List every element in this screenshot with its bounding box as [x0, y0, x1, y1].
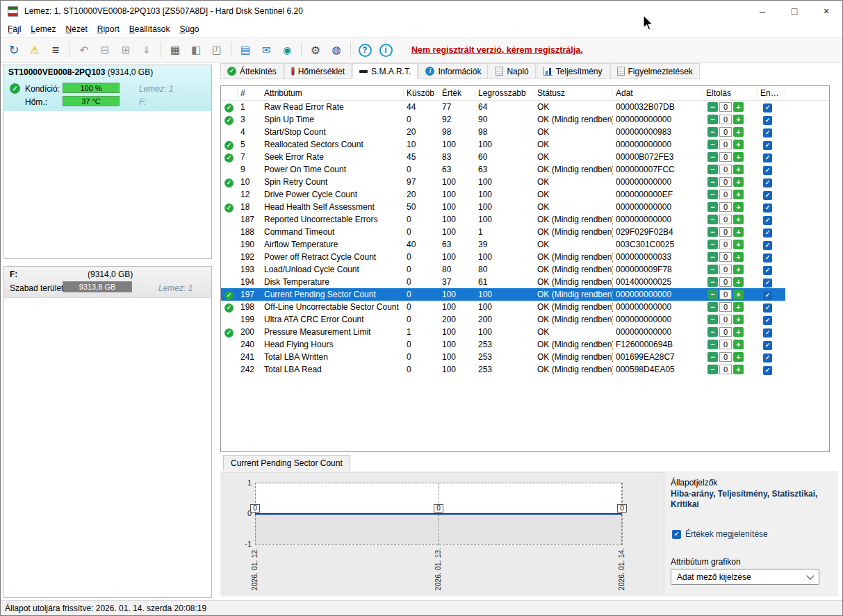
- table-row[interactable]: 190Airflow Temperature406339OK003C301C00…: [221, 238, 785, 251]
- offset-decrease-button[interactable]: −: [707, 227, 718, 237]
- report-list-icon[interactable]: ≡: [45, 40, 66, 60]
- tab-informaciok[interactable]: iInformációk: [418, 63, 488, 79]
- help-icon[interactable]: ?: [354, 40, 375, 60]
- offset-value[interactable]: 0: [719, 352, 732, 362]
- offset-decrease-button[interactable]: −: [707, 265, 718, 274]
- column-header-statusz[interactable]: Státusz: [534, 88, 613, 98]
- table-row[interactable]: ✓3Spin Up Time09290OK (Mindig rendben)00…: [221, 113, 785, 126]
- info-icon[interactable]: i: [375, 40, 396, 60]
- menu-item-sugo[interactable]: Súgó: [174, 22, 204, 36]
- tab-naplo[interactable]: Napló: [489, 63, 535, 79]
- offset-increase-button[interactable]: +: [733, 165, 744, 174]
- menu-item-nezet[interactable]: Nézet: [60, 22, 92, 36]
- column-header-[interactable]: #: [238, 88, 261, 98]
- tab-attekintes[interactable]: ✓Áttekintés: [220, 63, 284, 79]
- enabled-checkbox[interactable]: ✓: [763, 341, 772, 350]
- enabled-checkbox[interactable]: ✓: [763, 128, 772, 138]
- table-row[interactable]: 242Total LBA Read0100253OK (Mindig rendb…: [221, 363, 785, 376]
- offset-value[interactable]: 0: [719, 302, 732, 312]
- offset-decrease-button[interactable]: −: [707, 240, 718, 249]
- enabled-checkbox[interactable]: ✓: [763, 153, 772, 163]
- offset-decrease-button[interactable]: −: [707, 215, 718, 224]
- offset-decrease-button[interactable]: −: [707, 252, 718, 262]
- offset-value[interactable]: 0: [719, 127, 732, 137]
- menu-item-riport[interactable]: Riport: [92, 22, 124, 36]
- enabled-checkbox[interactable]: ✓: [763, 241, 772, 250]
- table-row[interactable]: 194Disk Temperature03761OK (Mindig rendb…: [221, 276, 785, 288]
- offset-increase-button[interactable]: +: [733, 202, 744, 212]
- table-row[interactable]: 199Ultra ATA CRC Error Count0200200OK (M…: [221, 313, 785, 326]
- enabled-checkbox[interactable]: ✓: [763, 141, 772, 150]
- email-icon[interactable]: ✉: [256, 40, 277, 60]
- tab-homerseklet[interactable]: Hőmérséklet: [284, 63, 352, 79]
- offset-value[interactable]: 0: [719, 165, 732, 174]
- attribute-detail-tab[interactable]: Current Pending Sector Count: [223, 455, 350, 471]
- offset-increase-button[interactable]: +: [733, 190, 744, 199]
- enabled-checkbox[interactable]: ✓: [763, 116, 772, 125]
- table-row[interactable]: ✓18Head Health Self Assessment50100100OK…: [221, 201, 785, 213]
- disk-list-item[interactable]: ST10000VE0008-2PQ103 (9314,0 GB) ✓ Kondí…: [4, 65, 211, 111]
- offset-decrease-button[interactable]: −: [707, 115, 718, 124]
- offset-increase-button[interactable]: +: [733, 140, 744, 149]
- table-row[interactable]: 193Load/Unload Cycle Count08080OK (Mindi…: [221, 263, 785, 276]
- table-row[interactable]: 188Command Timeout01001OK (Mindig rendbe…: [221, 226, 785, 238]
- enabled-checkbox[interactable]: ✓: [763, 278, 772, 288]
- offset-decrease-button[interactable]: −: [707, 165, 718, 174]
- offset-value[interactable]: 0: [719, 327, 732, 337]
- refresh-icon[interactable]: ↻: [3, 40, 24, 60]
- offset-decrease-button[interactable]: −: [707, 202, 718, 212]
- table-row[interactable]: ✓200Pressure Measurement Limit1100100OK0…: [221, 326, 785, 338]
- show-values-checkbox[interactable]: ✓: [672, 530, 681, 539]
- offset-increase-button[interactable]: +: [733, 115, 744, 124]
- show-values-row[interactable]: ✓ Értékek megjelenítése: [672, 529, 768, 539]
- offset-value[interactable]: 0: [719, 265, 732, 274]
- disk-download-icon[interactable]: ⇓: [136, 40, 157, 60]
- enabled-checkbox[interactable]: ✓: [763, 203, 772, 213]
- offset-value[interactable]: 0: [719, 252, 732, 262]
- offset-decrease-button[interactable]: −: [707, 302, 718, 312]
- enabled-checkbox[interactable]: ✓: [763, 303, 772, 313]
- offset-value[interactable]: 0: [719, 177, 732, 187]
- table-row[interactable]: 4Start/Stop Count209898OK000000000983−0+…: [221, 126, 785, 138]
- offset-value[interactable]: 0: [719, 290, 732, 299]
- menu-item-beallitasok[interactable]: Beállítások: [124, 22, 175, 36]
- enabled-checkbox[interactable]: ✓: [763, 353, 772, 363]
- offset-increase-button[interactable]: +: [733, 252, 744, 262]
- enabled-checkbox[interactable]: ✓: [763, 316, 772, 325]
- offset-decrease-button[interactable]: −: [707, 340, 718, 349]
- offset-increase-button[interactable]: +: [733, 177, 744, 187]
- offset-decrease-button[interactable]: −: [707, 102, 718, 112]
- enabled-checkbox[interactable]: ✓: [763, 191, 772, 200]
- column-header-kuszob[interactable]: Küszöb: [404, 88, 439, 98]
- offset-value[interactable]: 0: [719, 115, 732, 124]
- table-row[interactable]: ✓7Seek Error Rate458360OK00000B072FE3−0+…: [221, 151, 785, 163]
- table-row[interactable]: ✓5Reallocated Sectors Count10100100OK000…: [221, 138, 785, 151]
- column-header-enge[interactable]: Enge...: [758, 88, 785, 98]
- enabled-checkbox[interactable]: ✓: [763, 328, 772, 338]
- table-row[interactable]: 187Reported Uncorrectable Errors0100100O…: [221, 213, 785, 226]
- printer-icon[interactable]: ▦: [165, 40, 186, 60]
- offset-increase-button[interactable]: +: [733, 302, 744, 312]
- offset-decrease-button[interactable]: −: [707, 127, 718, 137]
- offset-decrease-button[interactable]: −: [707, 315, 718, 324]
- hardware-notes-icon[interactable]: ▤: [235, 40, 256, 60]
- offset-increase-button[interactable]: +: [733, 265, 744, 274]
- offset-increase-button[interactable]: +: [733, 240, 744, 249]
- offset-value[interactable]: 0: [719, 365, 732, 374]
- enabled-checkbox[interactable]: ✓: [763, 178, 772, 188]
- tab-s-m-a-r-t[interactable]: S.M.A.R.T.: [352, 63, 418, 79]
- enabled-checkbox[interactable]: ✓: [763, 291, 772, 300]
- offset-value[interactable]: 0: [719, 102, 732, 112]
- offset-increase-button[interactable]: +: [733, 127, 744, 137]
- table-row[interactable]: ✓198Off-Line Uncorrectable Sector Count0…: [221, 301, 785, 313]
- tab-figyelmeztetesek[interactable]: Figyelmeztetések: [610, 63, 700, 79]
- offset-decrease-button[interactable]: −: [707, 327, 718, 337]
- column-header-legrosszabb[interactable]: Legrosszabb: [475, 88, 534, 98]
- offset-decrease-button[interactable]: −: [707, 190, 718, 199]
- column-header-adat[interactable]: Adat: [613, 88, 703, 98]
- column-header-ertek[interactable]: Érték: [439, 88, 475, 98]
- offset-decrease-button[interactable]: −: [707, 290, 718, 299]
- enabled-checkbox[interactable]: ✓: [763, 253, 772, 263]
- disk-tools-icon[interactable]: ◧: [186, 40, 206, 60]
- offset-increase-button[interactable]: +: [733, 290, 744, 299]
